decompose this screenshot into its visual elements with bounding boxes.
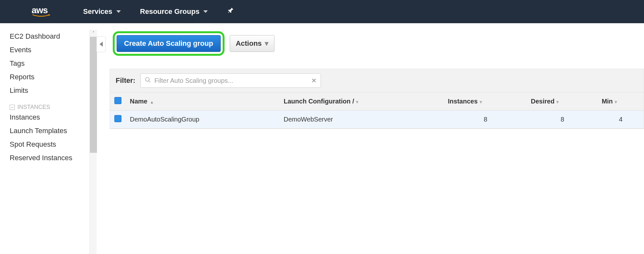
actions-dropdown-button[interactable]: Actions ▾ bbox=[230, 35, 275, 52]
aws-logo[interactable]: aws bbox=[32, 6, 51, 17]
col-instances[interactable]: Instances▾ bbox=[444, 93, 527, 111]
table-header-row: Name Launch Configuration /▾ Instances▾ … bbox=[110, 93, 644, 111]
filter-row: Filter: ✕ bbox=[110, 69, 644, 92]
sidebar: EC2 Dashboard Events Tags Reports Limits… bbox=[0, 23, 97, 254]
nav-resource-groups[interactable]: Resource Groups bbox=[140, 7, 208, 16]
col-launch-configuration[interactable]: Launch Configuration /▾ bbox=[280, 93, 444, 111]
nav-services-label: Services bbox=[83, 7, 112, 16]
pin-icon[interactable] bbox=[227, 7, 234, 16]
toolbar: Create Auto Scaling group Actions ▾ bbox=[113, 31, 644, 56]
svg-point-0 bbox=[146, 77, 149, 81]
top-navbar: aws Services Resource Groups bbox=[0, 0, 644, 23]
filter-search-box[interactable]: ✕ bbox=[140, 73, 321, 88]
chevron-down-icon: ▾ bbox=[356, 99, 358, 104]
search-icon bbox=[145, 77, 151, 85]
cell-min: 4 bbox=[598, 111, 644, 129]
auto-scaling-groups-table: Name Launch Configuration /▾ Instances▾ … bbox=[110, 92, 644, 129]
cell-name: DemoAutoScalingGroup bbox=[126, 111, 280, 129]
row-select-cell bbox=[110, 111, 126, 129]
sidebar-link-instances[interactable]: Instances bbox=[10, 111, 97, 124]
content-area: Create Auto Scaling group Actions ▾ Filt… bbox=[97, 23, 644, 254]
main-layout: EC2 Dashboard Events Tags Reports Limits… bbox=[0, 23, 644, 254]
nav-resource-groups-label: Resource Groups bbox=[140, 7, 200, 16]
sidebar-link-reports[interactable]: Reports bbox=[10, 70, 97, 84]
sidebar-link-spot-requests[interactable]: Spot Requests bbox=[10, 138, 97, 151]
chevron-down-icon bbox=[203, 10, 208, 13]
sidebar-collapse-handle[interactable] bbox=[97, 36, 106, 52]
cell-desired: 8 bbox=[527, 111, 598, 129]
col-min[interactable]: Min▾ bbox=[598, 93, 644, 111]
filter-label: Filter: bbox=[116, 76, 135, 85]
row-checkbox[interactable] bbox=[114, 115, 121, 122]
sidebar-link-ec2-dashboard[interactable]: EC2 Dashboard bbox=[10, 30, 97, 43]
chevron-down-icon: ▾ bbox=[556, 99, 559, 104]
cell-instances: 8 bbox=[444, 111, 527, 129]
sidebar-section-instances: − INSTANCES bbox=[10, 104, 97, 111]
create-auto-scaling-group-button[interactable]: Create Auto Scaling group bbox=[117, 35, 221, 52]
select-all-checkbox[interactable] bbox=[114, 97, 121, 104]
chevron-down-icon: ▾ bbox=[265, 39, 268, 48]
scroll-up-icon[interactable]: ˄ bbox=[90, 30, 97, 37]
nav-items: Services Resource Groups bbox=[83, 7, 234, 16]
select-all-header bbox=[110, 93, 126, 111]
chevron-down-icon: ▾ bbox=[615, 99, 617, 104]
sidebar-scrollbar[interactable]: ˄ bbox=[90, 30, 97, 254]
sidebar-link-limits[interactable]: Limits bbox=[10, 84, 97, 97]
sidebar-link-reserved-instances[interactable]: Reserved Instances bbox=[10, 151, 97, 165]
scroll-thumb[interactable] bbox=[90, 37, 97, 153]
sidebar-link-events[interactable]: Events bbox=[10, 43, 97, 57]
clear-icon[interactable]: ✕ bbox=[311, 77, 317, 84]
col-name[interactable]: Name bbox=[126, 93, 280, 111]
table-panel: Filter: ✕ Name Launch Conf bbox=[110, 69, 644, 129]
aws-logo-text: aws bbox=[32, 6, 51, 15]
nav-services[interactable]: Services bbox=[83, 7, 121, 16]
table-row[interactable]: DemoAutoScalingGroup DemoWebServer 8 8 4 bbox=[110, 111, 644, 129]
chevron-down-icon: ▾ bbox=[480, 99, 482, 104]
actions-label: Actions bbox=[236, 39, 262, 48]
aws-smile-icon bbox=[32, 14, 51, 17]
filter-input[interactable] bbox=[154, 77, 308, 84]
sidebar-section-label: INSTANCES bbox=[17, 104, 50, 111]
chevron-left-icon bbox=[100, 42, 103, 47]
cell-launch-config: DemoWebServer bbox=[280, 111, 444, 129]
collapse-toggle-icon[interactable]: − bbox=[10, 105, 15, 110]
highlight-ring: Create Auto Scaling group bbox=[113, 31, 225, 56]
svg-line-1 bbox=[149, 81, 150, 82]
sidebar-link-tags[interactable]: Tags bbox=[10, 57, 97, 70]
chevron-down-icon bbox=[116, 10, 121, 13]
sidebar-link-launch-templates[interactable]: Launch Templates bbox=[10, 124, 97, 138]
col-desired[interactable]: Desired▾ bbox=[527, 93, 598, 111]
